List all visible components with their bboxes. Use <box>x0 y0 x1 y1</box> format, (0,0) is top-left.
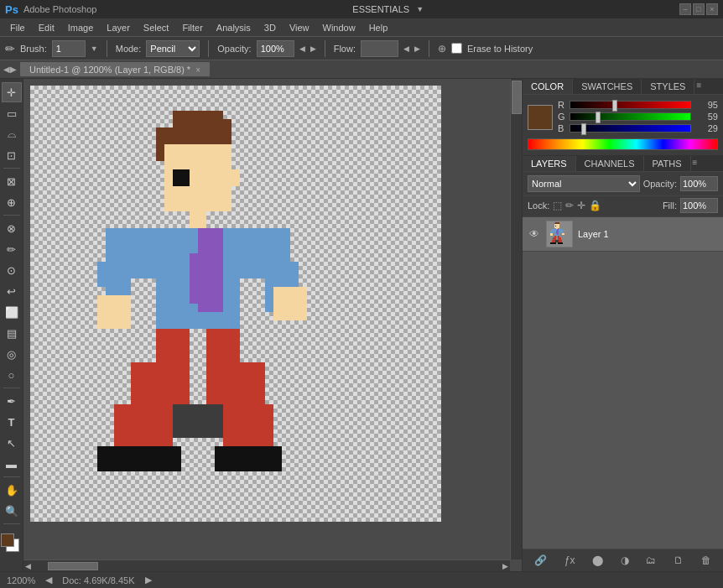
g-slider-track[interactable] <box>570 112 691 121</box>
pen-tool[interactable]: ✒ <box>2 391 22 411</box>
r-slider-row: R 95 <box>558 100 718 110</box>
statusbar-nav-left[interactable]: ◀ <box>45 575 52 585</box>
current-color-swatch[interactable] <box>528 105 553 130</box>
dodge-tool[interactable]: ○ <box>2 365 22 385</box>
menu-filter[interactable]: Filter <box>175 21 209 34</box>
airbrush-icon[interactable]: ⊕ <box>438 43 446 55</box>
marquee-tool[interactable]: ▭ <box>2 103 22 123</box>
flow-decrease[interactable]: ◀ <box>403 44 409 53</box>
crop-tool[interactable]: ⊠ <box>2 171 22 191</box>
hscroll-thumb[interactable] <box>48 562 98 570</box>
color-spectrum-bar[interactable] <box>528 138 718 150</box>
flow-input[interactable] <box>361 40 398 57</box>
close-button[interactable]: × <box>706 3 718 15</box>
menu-file[interactable]: File <box>3 21 32 34</box>
tab-close-button[interactable]: × <box>195 65 200 75</box>
statusbar: 1200% ◀ Doc: 4.69K/8.45K ▶ <box>0 571 723 588</box>
menu-help[interactable]: Help <box>362 21 395 34</box>
color-panel-menu-icon[interactable]: ≡ <box>696 81 701 92</box>
canvas-scroll[interactable]: ◀ ▶ <box>23 79 522 571</box>
tab-paths[interactable]: PATHS <box>644 156 691 171</box>
g-slider-thumb[interactable] <box>596 112 601 123</box>
right-panel: COLOR SWATCHES STYLES ≡ R 95 <box>522 79 723 571</box>
shape-tool[interactable]: ▬ <box>2 454 22 474</box>
layer-opacity-input[interactable] <box>680 176 718 191</box>
blur-tool[interactable]: ◎ <box>2 344 22 364</box>
workspace-dropdown-icon[interactable]: ▼ <box>416 5 424 13</box>
menu-analysis[interactable]: Analysis <box>210 21 257 34</box>
layer-visibility-toggle[interactable]: 👁 <box>528 227 541 241</box>
hscroll-left-arrow[interactable]: ◀ <box>25 562 31 570</box>
document-tab[interactable]: Untitled-1 @ 1200% (Layer 1, RGB/8) * × <box>20 62 210 76</box>
opacity-decrease[interactable]: ◀ <box>299 44 305 53</box>
mode-select[interactable]: PencilNormalDissolve <box>146 40 200 57</box>
layers-panel-menu-icon[interactable]: ≡ <box>693 158 698 169</box>
tab-layers[interactable]: LAYERS <box>523 156 576 171</box>
brush-size-input[interactable] <box>52 40 86 57</box>
vscroll-thumb[interactable] <box>512 81 522 114</box>
lock-image-icon[interactable]: ✏ <box>565 200 574 211</box>
clone-tool[interactable]: ⊙ <box>2 260 22 280</box>
fg-color-swatch[interactable] <box>1 533 14 547</box>
new-layer-button[interactable]: 🗋 <box>670 553 687 568</box>
lock-position-icon[interactable]: ✛ <box>577 200 585 211</box>
b-slider-thumb[interactable] <box>581 123 586 135</box>
menu-layer[interactable]: Layer <box>100 21 137 34</box>
tab-color[interactable]: COLOR <box>523 79 573 94</box>
color-swatches[interactable] <box>1 533 23 555</box>
opacity-increase[interactable]: ▶ <box>310 44 316 53</box>
b-slider-track[interactable] <box>570 124 691 133</box>
menu-edit[interactable]: Edit <box>32 21 61 34</box>
eyedropper-tool[interactable]: ⊕ <box>2 192 22 212</box>
statusbar-nav-right[interactable]: ▶ <box>145 575 152 585</box>
r-slider-thumb[interactable] <box>612 100 617 112</box>
hand-tool[interactable]: ✋ <box>2 480 22 500</box>
tab-styles[interactable]: STYLES <box>642 79 694 94</box>
menu-select[interactable]: Select <box>137 21 176 34</box>
menu-view[interactable]: View <box>283 21 316 34</box>
history-brush-tool[interactable]: ↩ <box>2 281 22 301</box>
erase-to-history-checkbox[interactable] <box>451 43 462 54</box>
tab-swatches[interactable]: SWATCHES <box>573 79 642 94</box>
blend-mode-select[interactable]: NormalMultiplyScreen <box>528 175 640 192</box>
tab-channels[interactable]: CHANNELS <box>576 156 644 171</box>
horizontal-scrollbar[interactable]: ◀ ▶ <box>23 559 510 571</box>
menu-3d[interactable]: 3D <box>257 21 283 34</box>
canvas-background[interactable] <box>30 86 441 522</box>
maximize-button[interactable]: □ <box>693 3 705 15</box>
quick-select-tool[interactable]: ⊡ <box>2 145 22 165</box>
layer-fill-input[interactable] <box>680 198 718 213</box>
flow-increase[interactable]: ▶ <box>414 44 420 53</box>
opacity-input[interactable] <box>257 40 294 57</box>
path-select-tool[interactable]: ↖ <box>2 433 22 453</box>
pixel-canvas[interactable] <box>30 86 441 522</box>
vertical-scrollbar[interactable] <box>510 79 522 559</box>
brush-options-btn[interactable]: ▼ <box>91 44 98 53</box>
move-tool[interactable]: ✛ <box>2 82 22 102</box>
new-group-button[interactable]: 🗂 <box>642 553 659 568</box>
new-adjustment-layer-button[interactable]: ◑ <box>617 553 632 568</box>
canvas-area[interactable]: ◀ ▶ <box>23 79 522 571</box>
lock-all-icon[interactable]: 🔒 <box>589 200 601 211</box>
gradient-tool[interactable]: ▤ <box>2 323 22 343</box>
erase-to-history-label[interactable]: Erase to History <box>451 43 533 54</box>
text-tool[interactable]: T <box>2 412 22 432</box>
spot-heal-tool[interactable]: ⊗ <box>2 218 22 238</box>
menu-window[interactable]: Window <box>316 21 362 34</box>
link-layers-button[interactable]: 🔗 <box>531 553 550 568</box>
r-slider-track[interactable] <box>570 101 691 109</box>
menu-image[interactable]: Image <box>61 21 101 34</box>
list-item[interactable]: 👁 Layer 1 <box>523 217 723 252</box>
brush-tool[interactable]: ✏ <box>2 239 22 259</box>
opacity-label: Opacity: <box>643 179 677 189</box>
delete-layer-button[interactable]: 🗑 <box>698 553 715 568</box>
zoom-tool[interactable]: 🔍 <box>2 501 22 521</box>
layer-styles-button[interactable]: ƒx <box>561 553 579 568</box>
hscroll-right-arrow[interactable]: ▶ <box>502 562 508 570</box>
eraser-tool[interactable]: ⬜ <box>2 302 22 322</box>
minimize-button[interactable]: – <box>679 3 691 15</box>
lasso-tool[interactable]: ⌓ <box>2 124 22 144</box>
add-mask-button[interactable]: ⬤ <box>589 553 606 568</box>
lock-transparent-icon[interactable]: ⬚ <box>553 200 562 211</box>
collapse-left-icon[interactable]: ◀▶ <box>3 65 17 74</box>
